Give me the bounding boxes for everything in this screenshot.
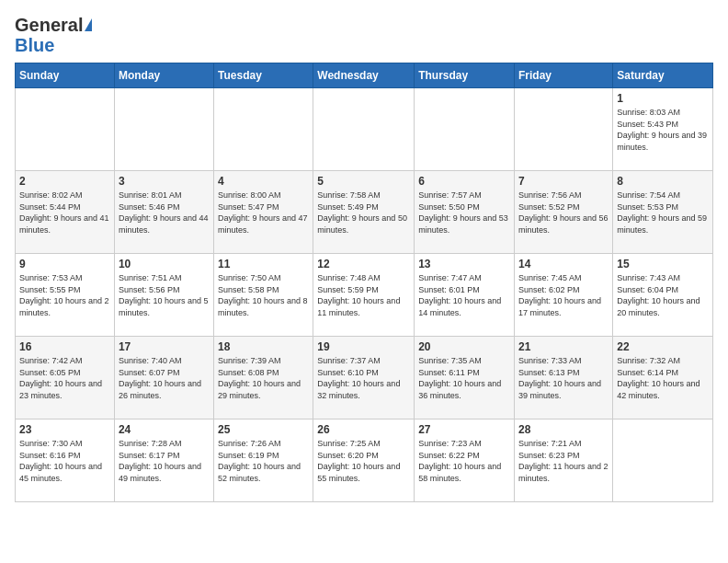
calendar-cell: 15Sunrise: 7:43 AM Sunset: 6:04 PM Dayli… <box>613 254 713 337</box>
logo-blue-text: Blue <box>15 35 92 55</box>
day-number: 5 <box>317 175 410 188</box>
logo-general-text: General <box>15 15 83 35</box>
day-info: Sunrise: 7:50 AM Sunset: 5:58 PM Dayligh… <box>218 272 309 318</box>
day-info: Sunrise: 7:30 AM Sunset: 6:16 PM Dayligh… <box>19 438 110 484</box>
day-number: 26 <box>317 423 410 436</box>
day-number: 12 <box>317 258 410 270</box>
calendar-cell: 8Sunrise: 7:54 AM Sunset: 5:53 PM Daylig… <box>613 171 713 254</box>
calendar-cell: 2Sunrise: 8:02 AM Sunset: 5:44 PM Daylig… <box>16 171 115 254</box>
col-header-thursday: Thursday <box>415 63 515 88</box>
col-header-sunday: Sunday <box>16 63 115 88</box>
calendar-cell: 17Sunrise: 7:40 AM Sunset: 6:07 PM Dayli… <box>114 337 213 419</box>
col-header-tuesday: Tuesday <box>214 63 313 88</box>
col-header-friday: Friday <box>515 63 613 88</box>
day-info: Sunrise: 7:42 AM Sunset: 6:05 PM Dayligh… <box>19 355 110 401</box>
day-info: Sunrise: 7:47 AM Sunset: 6:01 PM Dayligh… <box>418 272 510 318</box>
day-number: 3 <box>119 175 210 188</box>
calendar-cell <box>16 88 115 171</box>
day-info: Sunrise: 8:01 AM Sunset: 5:46 PM Dayligh… <box>119 190 210 236</box>
calendar-cell: 20Sunrise: 7:35 AM Sunset: 6:11 PM Dayli… <box>415 337 515 419</box>
calendar-week-0: 1Sunrise: 8:03 AM Sunset: 5:43 PM Daylig… <box>16 88 713 171</box>
logo-icon <box>85 18 92 31</box>
day-number: 2 <box>19 175 110 188</box>
day-number: 16 <box>19 340 110 353</box>
calendar-cell: 1Sunrise: 8:03 AM Sunset: 5:43 PM Daylig… <box>613 88 713 171</box>
calendar-cell: 4Sunrise: 8:00 AM Sunset: 5:47 PM Daylig… <box>214 171 313 254</box>
day-info: Sunrise: 8:00 AM Sunset: 5:47 PM Dayligh… <box>218 190 309 236</box>
calendar-cell: 12Sunrise: 7:48 AM Sunset: 5:59 PM Dayli… <box>313 254 415 337</box>
day-number: 15 <box>617 258 709 270</box>
calendar-cell <box>415 88 515 171</box>
day-number: 18 <box>218 340 309 353</box>
calendar-cell: 13Sunrise: 7:47 AM Sunset: 6:01 PM Dayli… <box>415 254 515 337</box>
calendar-cell: 16Sunrise: 7:42 AM Sunset: 6:05 PM Dayli… <box>16 337 115 419</box>
day-number: 19 <box>317 340 410 353</box>
day-info: Sunrise: 7:28 AM Sunset: 6:17 PM Dayligh… <box>119 438 210 484</box>
day-number: 13 <box>418 258 510 270</box>
day-number: 20 <box>418 340 510 353</box>
day-number: 17 <box>119 340 210 353</box>
day-number: 7 <box>518 175 609 188</box>
calendar-cell: 19Sunrise: 7:37 AM Sunset: 6:10 PM Dayli… <box>313 337 415 419</box>
calendar-cell: 18Sunrise: 7:39 AM Sunset: 6:08 PM Dayli… <box>214 337 313 419</box>
logo: General Blue <box>15 15 92 55</box>
calendar-cell: 22Sunrise: 7:32 AM Sunset: 6:14 PM Dayli… <box>613 337 713 419</box>
day-info: Sunrise: 7:26 AM Sunset: 6:19 PM Dayligh… <box>218 438 309 484</box>
calendar-week-1: 2Sunrise: 8:02 AM Sunset: 5:44 PM Daylig… <box>16 171 713 254</box>
day-info: Sunrise: 7:40 AM Sunset: 6:07 PM Dayligh… <box>119 355 210 401</box>
day-info: Sunrise: 7:39 AM Sunset: 6:08 PM Dayligh… <box>218 355 309 401</box>
calendar-week-3: 16Sunrise: 7:42 AM Sunset: 6:05 PM Dayli… <box>16 337 713 419</box>
calendar-cell <box>515 88 613 171</box>
day-info: Sunrise: 7:43 AM Sunset: 6:04 PM Dayligh… <box>617 272 709 318</box>
day-info: Sunrise: 7:21 AM Sunset: 6:23 PM Dayligh… <box>518 438 609 484</box>
calendar-cell: 9Sunrise: 7:53 AM Sunset: 5:55 PM Daylig… <box>16 254 115 337</box>
calendar-table: SundayMondayTuesdayWednesdayThursdayFrid… <box>15 63 713 502</box>
day-info: Sunrise: 7:25 AM Sunset: 6:20 PM Dayligh… <box>317 438 410 484</box>
day-number: 24 <box>119 423 210 436</box>
day-info: Sunrise: 7:48 AM Sunset: 5:59 PM Dayligh… <box>317 272 410 318</box>
day-number: 27 <box>418 423 510 436</box>
day-number: 28 <box>518 423 609 436</box>
col-header-saturday: Saturday <box>613 63 713 88</box>
day-info: Sunrise: 7:51 AM Sunset: 5:56 PM Dayligh… <box>119 272 210 318</box>
day-info: Sunrise: 7:53 AM Sunset: 5:55 PM Dayligh… <box>19 272 110 318</box>
day-number: 11 <box>218 258 309 270</box>
col-header-monday: Monday <box>114 63 213 88</box>
calendar-cell: 25Sunrise: 7:26 AM Sunset: 6:19 PM Dayli… <box>214 419 313 502</box>
calendar-cell: 6Sunrise: 7:57 AM Sunset: 5:50 PM Daylig… <box>415 171 515 254</box>
day-info: Sunrise: 7:57 AM Sunset: 5:50 PM Dayligh… <box>418 190 510 236</box>
calendar-cell <box>214 88 313 171</box>
day-number: 21 <box>518 340 609 353</box>
calendar-cell: 21Sunrise: 7:33 AM Sunset: 6:13 PM Dayli… <box>515 337 613 419</box>
day-info: Sunrise: 7:45 AM Sunset: 6:02 PM Dayligh… <box>518 272 609 318</box>
calendar-cell: 10Sunrise: 7:51 AM Sunset: 5:56 PM Dayli… <box>114 254 213 337</box>
calendar-cell: 24Sunrise: 7:28 AM Sunset: 6:17 PM Dayli… <box>114 419 213 502</box>
calendar-cell <box>313 88 415 171</box>
day-info: Sunrise: 7:54 AM Sunset: 5:53 PM Dayligh… <box>617 190 709 236</box>
day-info: Sunrise: 7:56 AM Sunset: 5:52 PM Dayligh… <box>518 190 609 236</box>
day-number: 8 <box>617 175 709 188</box>
calendar-cell: 26Sunrise: 7:25 AM Sunset: 6:20 PM Dayli… <box>313 419 415 502</box>
calendar-cell: 23Sunrise: 7:30 AM Sunset: 6:16 PM Dayli… <box>16 419 115 502</box>
day-number: 25 <box>218 423 309 436</box>
day-info: Sunrise: 7:58 AM Sunset: 5:49 PM Dayligh… <box>317 190 410 236</box>
calendar-cell <box>114 88 213 171</box>
day-number: 10 <box>119 258 210 270</box>
calendar-cell: 3Sunrise: 8:01 AM Sunset: 5:46 PM Daylig… <box>114 171 213 254</box>
page-header: General Blue <box>15 15 713 55</box>
calendar-week-2: 9Sunrise: 7:53 AM Sunset: 5:55 PM Daylig… <box>16 254 713 337</box>
day-info: Sunrise: 7:37 AM Sunset: 6:10 PM Dayligh… <box>317 355 410 401</box>
calendar-header-row: SundayMondayTuesdayWednesdayThursdayFrid… <box>16 63 713 88</box>
calendar-cell <box>613 419 713 502</box>
day-info: Sunrise: 8:02 AM Sunset: 5:44 PM Dayligh… <box>19 190 110 236</box>
day-info: Sunrise: 7:32 AM Sunset: 6:14 PM Dayligh… <box>617 355 709 401</box>
day-number: 14 <box>518 258 609 270</box>
day-number: 4 <box>218 175 309 188</box>
day-info: Sunrise: 7:23 AM Sunset: 6:22 PM Dayligh… <box>418 438 510 484</box>
calendar-cell: 14Sunrise: 7:45 AM Sunset: 6:02 PM Dayli… <box>515 254 613 337</box>
day-number: 6 <box>418 175 510 188</box>
calendar-cell: 28Sunrise: 7:21 AM Sunset: 6:23 PM Dayli… <box>515 419 613 502</box>
calendar-cell: 11Sunrise: 7:50 AM Sunset: 5:58 PM Dayli… <box>214 254 313 337</box>
day-number: 9 <box>19 258 110 270</box>
day-info: Sunrise: 7:33 AM Sunset: 6:13 PM Dayligh… <box>518 355 609 401</box>
